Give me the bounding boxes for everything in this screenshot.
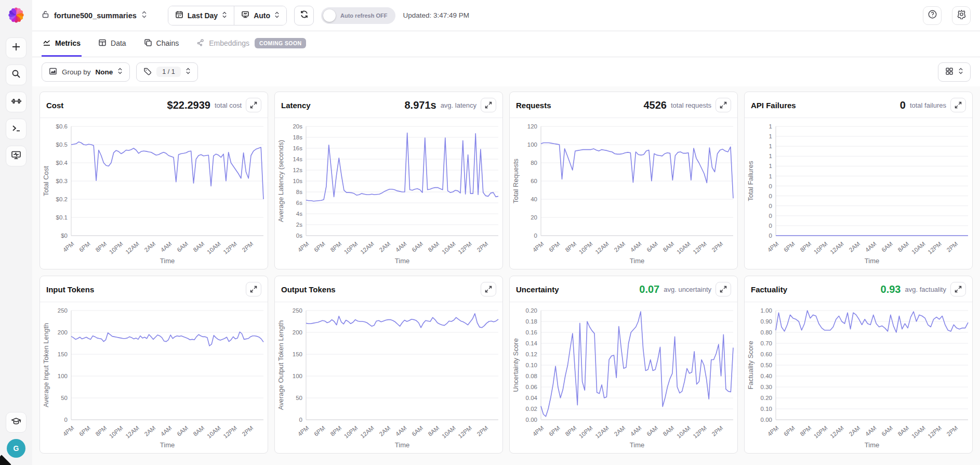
layout-select[interactable] [938, 62, 971, 82]
stat-label: avg. factuality [905, 286, 947, 293]
project-selector[interactable]: fortune500_summaries [42, 10, 147, 20]
svg-text:4AM: 4AM [394, 424, 408, 437]
card-header: Uncertainty 0.07 avg. uncertainty [510, 276, 737, 302]
svg-text:4PM: 4PM [297, 424, 310, 437]
learn-button[interactable] [6, 412, 27, 433]
svg-text:4s: 4s [296, 211, 302, 217]
group-by-label: Group by [62, 68, 91, 76]
svg-text:2PM: 2PM [241, 240, 255, 253]
svg-text:6AM: 6AM [880, 424, 894, 437]
svg-text:Time: Time [865, 257, 879, 265]
svg-text:Uncertainty Score: Uncertainty Score [512, 338, 520, 392]
tag-pager-select[interactable]: 1 / 1 [136, 62, 197, 82]
svg-text:2PM: 2PM [946, 424, 959, 437]
dumbbell-icon [11, 96, 21, 108]
stat-label: total failures [910, 101, 946, 109]
expand-button[interactable] [246, 282, 261, 296]
svg-text:$0.1: $0.1 [56, 214, 68, 221]
svg-text:0.70: 0.70 [761, 340, 772, 346]
sidebar: G [0, 0, 32, 465]
svg-text:4PM: 4PM [532, 424, 545, 437]
graduation-cap-icon [11, 416, 21, 429]
expand-button[interactable] [246, 98, 261, 112]
svg-text:8AM: 8AM [192, 424, 206, 437]
svg-text:14s: 14s [293, 156, 302, 162]
svg-text:8AM: 8AM [427, 424, 441, 437]
console-button[interactable] [6, 119, 27, 139]
time-range-select[interactable]: Last Day [168, 6, 234, 25]
svg-text:100: 100 [293, 373, 302, 379]
svg-text:6PM: 6PM [78, 424, 91, 437]
svg-text:4AM: 4AM [629, 240, 643, 253]
galileo-logo-icon[interactable] [7, 6, 25, 24]
svg-text:2AM: 2AM [613, 240, 627, 253]
expand-button[interactable] [950, 98, 966, 112]
svg-text:12PM: 12PM [926, 240, 943, 255]
svg-text:$0.6: $0.6 [56, 123, 68, 130]
expand-button[interactable] [481, 282, 496, 296]
chevron-up-down-icon [186, 68, 191, 76]
svg-text:10PM: 10PM [813, 240, 829, 255]
tab-metrics[interactable]: Metrics [42, 31, 82, 57]
card-title: Input Tokens [46, 285, 94, 294]
svg-text:2AM: 2AM [613, 424, 627, 437]
expand-button[interactable] [481, 98, 496, 112]
svg-text:0: 0 [769, 193, 772, 199]
chevron-up-down-icon [117, 68, 123, 76]
tab-embeddings[interactable]: Embeddings COMING SOON [195, 31, 307, 57]
svg-text:$0.2: $0.2 [56, 196, 68, 202]
refresh-button[interactable] [294, 6, 314, 25]
factuality-chart: 0.000.100.200.300.400.500.600.700.800.90… [745, 302, 972, 453]
settings-button[interactable] [952, 6, 971, 25]
training-button[interactable] [6, 92, 27, 112]
svg-text:2AM: 2AM [143, 240, 157, 253]
card-header: Input Tokens [40, 276, 268, 302]
stat-label: total cost [215, 101, 242, 109]
svg-text:12PM: 12PM [222, 240, 238, 255]
tab-chains[interactable]: Chains [143, 31, 180, 57]
svg-text:50: 50 [61, 395, 68, 401]
svg-text:1: 1 [769, 163, 772, 169]
svg-text:4PM: 4PM [766, 240, 780, 253]
svg-text:2PM: 2PM [476, 240, 489, 253]
help-button[interactable] [923, 6, 942, 25]
svg-text:8PM: 8PM [564, 424, 577, 437]
plus-icon [11, 42, 21, 54]
api-failures-chart: 0000001111114PM6PM8PM10PM12AM2AM4AM6AM8A… [745, 118, 972, 269]
svg-text:8s: 8s [296, 189, 302, 195]
svg-text:Time: Time [630, 257, 644, 265]
svg-text:10s: 10s [293, 178, 302, 184]
svg-text:150: 150 [58, 351, 68, 357]
search-button[interactable] [6, 64, 27, 85]
auto-refresh-toggle[interactable]: Auto refresh OFF [321, 7, 395, 24]
group-by-select[interactable]: Group by None [42, 62, 130, 82]
granularity-select[interactable]: Auto [234, 6, 286, 25]
card-title: Requests [516, 101, 551, 110]
svg-text:10PM: 10PM [578, 424, 594, 440]
svg-text:1: 1 [769, 173, 772, 179]
tag-pager-value: 1 / 1 [156, 67, 180, 77]
svg-text:0.50: 0.50 [761, 362, 772, 368]
input-tokens-chart: 0501001502002504PM6PM8PM10PM12AM2AM4AM6A… [40, 302, 268, 453]
svg-text:0.12: 0.12 [526, 351, 537, 357]
svg-text:6AM: 6AM [410, 240, 424, 253]
svg-text:6PM: 6PM [783, 240, 796, 253]
new-project-button[interactable] [6, 37, 27, 58]
coming-soon-badge: COMING SOON [255, 38, 306, 48]
expand-button[interactable] [950, 282, 966, 296]
svg-text:0: 0 [769, 183, 772, 189]
monitor-button[interactable] [6, 146, 27, 166]
svg-text:Average Output Token Length: Average Output Token Length [277, 320, 285, 410]
stat-label: avg. uncertainty [664, 286, 711, 293]
svg-text:18s: 18s [293, 134, 302, 140]
expand-button[interactable] [716, 98, 731, 112]
svg-text:0.80: 0.80 [761, 329, 772, 335]
svg-text:2AM: 2AM [378, 424, 392, 437]
expand-button[interactable] [716, 282, 731, 296]
calendar-icon [175, 10, 183, 20]
user-avatar[interactable]: G [7, 439, 25, 458]
svg-text:2AM: 2AM [848, 424, 862, 437]
grid-layout-icon [945, 67, 953, 77]
svg-text:0.14: 0.14 [526, 340, 538, 346]
tab-data[interactable]: Data [97, 31, 127, 57]
